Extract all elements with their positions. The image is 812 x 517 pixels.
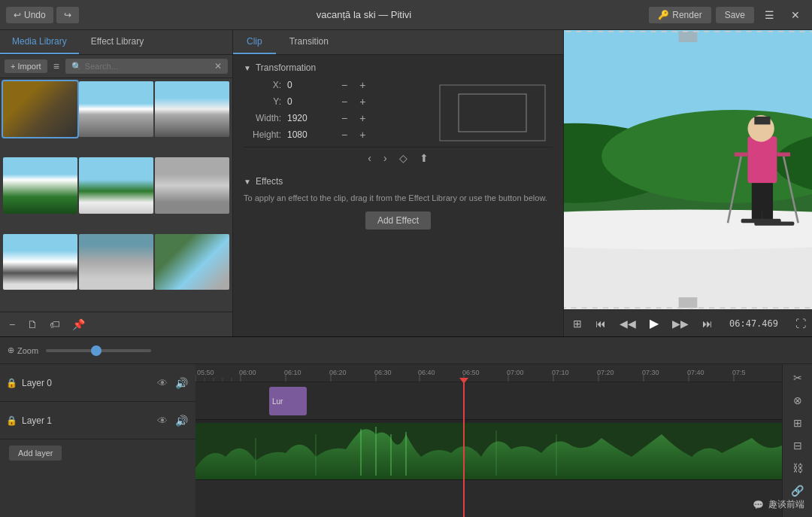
media-item-7[interactable]: [3, 234, 77, 290]
preview-fast-forward-button[interactable]: ▶▶: [669, 316, 692, 331]
height-increment-button[interactable]: +: [356, 129, 368, 141]
svg-text:07:20: 07:20: [597, 369, 614, 376]
svg-rect-15: [735, 153, 748, 157]
y-decrement-button[interactable]: −: [338, 96, 350, 108]
width-value: 1920: [287, 113, 332, 123]
next-keyframe-button[interactable]: ›: [383, 152, 387, 164]
add-layer-area: Add layer: [0, 439, 195, 467]
titlebar: ↩ Undo ↪ vacanță la ski — Pitivi 🔑 Rende…: [0, 0, 812, 30]
delete-tool-button[interactable]: ⊗: [786, 390, 810, 411]
layer0-lock-icon: 🔒: [6, 378, 17, 388]
svg-text:06:40: 06:40: [418, 369, 435, 376]
zoom-slider-thumb[interactable]: [91, 345, 102, 356]
effects-section: ▼ Effects To apply an effect to the clip…: [244, 176, 553, 230]
x-increment-button[interactable]: +: [356, 79, 368, 91]
timeline-body: 🔒 Layer 0 👁 🔊 🔒 Layer 1 👁 🔊 Add layer: [0, 364, 812, 517]
media-item-4[interactable]: [3, 157, 77, 213]
width-decrement-button[interactable]: −: [338, 112, 350, 124]
media-item-5[interactable]: [79, 157, 153, 213]
save-button[interactable]: Save: [716, 7, 754, 23]
transformation-section-header[interactable]: ▼ Transformation: [244, 62, 553, 73]
preview-play-button[interactable]: ▶: [647, 315, 662, 332]
height-decrement-button[interactable]: −: [338, 129, 350, 141]
scissors-tool-button[interactable]: ✂: [786, 367, 810, 388]
center-panel: Clip Transition ▼ Transformation X: 0 − …: [233, 30, 564, 336]
add-layer-button[interactable]: Add layer: [9, 446, 62, 461]
left-panel: Media Library Effect Library + Import ≡ …: [0, 30, 233, 336]
redo-button[interactable]: ↪: [56, 7, 79, 23]
grid-tool-button[interactable]: ⊞: [786, 412, 810, 433]
transform-y-row: Y: 0 − +: [244, 96, 420, 108]
keyframe-diamond-icon: ◇: [399, 152, 408, 164]
media-item-9[interactable]: [155, 234, 229, 290]
titlebar-left-controls: ↩ Undo ↪: [6, 7, 79, 23]
link-tool-button[interactable]: ⛓: [786, 458, 810, 479]
preview-rewind-button[interactable]: ◀◀: [617, 316, 639, 331]
x-decrement-button[interactable]: −: [338, 79, 350, 91]
unlink-tool-button[interactable]: 🔗: [786, 480, 810, 501]
pin-button[interactable]: 📌: [71, 317, 86, 332]
zoom-label: ⊕ Zoom: [8, 345, 38, 355]
clip-button[interactable]: 🗋: [26, 317, 39, 332]
fullscreen-button[interactable]: ⛶: [795, 318, 806, 330]
layer1-name: Layer 1: [22, 415, 151, 426]
zoom-slider[interactable]: [46, 349, 151, 352]
tab-media-library[interactable]: Media Library: [0, 30, 79, 54]
effects-description: To apply an effect to the clip, drag it …: [244, 193, 553, 204]
zoom-text: Zoom: [17, 346, 38, 355]
reset-transform-button[interactable]: ⬆: [420, 152, 429, 164]
layer1-visibility-button[interactable]: 👁: [156, 413, 169, 428]
preview-skip-start-button[interactable]: ⏮: [592, 316, 609, 331]
remove-media-button[interactable]: −: [8, 317, 17, 332]
effects-section-header[interactable]: ▼ Effects: [244, 176, 553, 187]
transform-preview: [432, 79, 553, 147]
layer1-track: [195, 420, 782, 480]
tab-transition[interactable]: Transition: [276, 30, 342, 54]
timeline-tracks: 05:50 06:00 06:10 06:20 06:30 06:40: [195, 364, 782, 517]
search-clear-button[interactable]: ✕: [214, 61, 222, 71]
render-button[interactable]: 🔑 Render: [649, 7, 710, 23]
search-icon: 🔍: [71, 62, 82, 71]
y-increment-button[interactable]: +: [356, 96, 368, 108]
undo-label: Undo: [24, 10, 46, 20]
media-item-2[interactable]: [79, 81, 153, 137]
render-label: Render: [672, 10, 701, 20]
media-item-3[interactable]: [155, 81, 229, 137]
transform-preview-svg: [432, 79, 553, 147]
search-input[interactable]: [85, 62, 211, 71]
width-increment-button[interactable]: +: [356, 112, 368, 124]
prev-keyframe-button[interactable]: ‹: [368, 152, 371, 164]
svg-text:06:50: 06:50: [462, 369, 480, 376]
clip-content: ▼ Transformation X: 0 − + Y: 0: [233, 55, 563, 336]
transform-x-row: X: 0 − +: [244, 79, 420, 91]
list-view-button[interactable]: ≡: [50, 59, 62, 74]
preview-grid-button[interactable]: ⊞: [570, 316, 585, 331]
tab-effect-library[interactable]: Effect Library: [79, 30, 156, 54]
undo-button[interactable]: ↩ Undo: [6, 7, 53, 23]
media-item-6[interactable]: [155, 157, 229, 213]
preview-skip-end-button[interactable]: ⏭: [699, 316, 716, 331]
tag-button[interactable]: 🏷: [48, 317, 62, 332]
layer1-audio-button[interactable]: 🔊: [174, 413, 189, 428]
zoom-icon: ⊕: [8, 345, 14, 355]
group-tool-button[interactable]: ⊟: [786, 435, 810, 456]
titlebar-right-controls: 🔑 Render Save ☰ ✕: [649, 6, 806, 24]
timeline-clip-lur[interactable]: Lur: [269, 387, 307, 415]
media-grid: [0, 78, 232, 312]
close-button[interactable]: ✕: [785, 6, 806, 24]
import-button[interactable]: + Import: [5, 59, 47, 73]
tag-icon: 🏷: [50, 318, 60, 330]
layer0-visibility-button[interactable]: 👁: [156, 376, 169, 391]
search-box: 🔍 ✕: [65, 59, 228, 74]
media-item-1[interactable]: [3, 81, 77, 137]
library-toolbar: + Import ≡ 🔍 ✕: [0, 55, 232, 78]
width-label: Width:: [244, 113, 281, 123]
add-effect-button[interactable]: Add Effect: [365, 211, 431, 230]
svg-rect-20: [754, 221, 794, 225]
layer0-audio-button[interactable]: 🔊: [174, 376, 189, 391]
tab-clip[interactable]: Clip: [233, 30, 276, 54]
menu-button[interactable]: ☰: [759, 6, 780, 24]
transformation-arrow-icon: ▼: [244, 64, 251, 72]
media-item-8[interactable]: [79, 234, 153, 290]
scissors-icon: ✂: [793, 372, 802, 384]
